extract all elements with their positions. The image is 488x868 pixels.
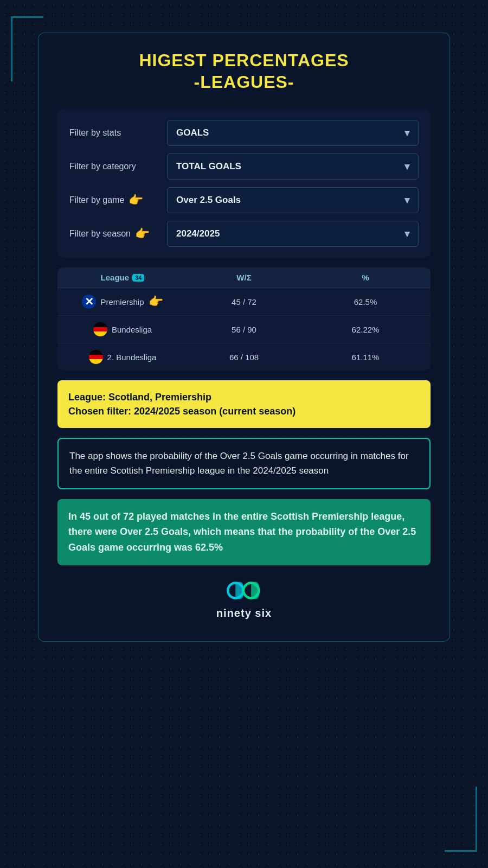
table-row: 2. Bundesliga 66 / 108 61.11% <box>57 343 431 371</box>
filter-stats-label: Filter by stats <box>69 128 167 138</box>
logo-text: ninety six <box>216 607 272 620</box>
logo-section: ninety six <box>57 578 431 620</box>
col-league: League 34 <box>62 273 183 282</box>
filter-game-row: Filter by game 👉 Over 2.5 Goals ▾ <box>69 187 419 213</box>
ratio-cell: 56 / 90 <box>183 325 305 334</box>
corner-decoration-br <box>445 787 477 852</box>
filter-section: Filter by stats GOALS ▾ Filter by catego… <box>57 109 431 258</box>
filter-stats-row: Filter by stats GOALS ▾ <box>69 120 419 146</box>
filter-category-label: Filter by category <box>69 162 167 171</box>
chevron-down-icon: ▾ <box>404 161 409 173</box>
pointer-icon: 👉 <box>149 295 163 309</box>
col-pct: % <box>305 273 426 282</box>
ratio-cell: 45 / 72 <box>183 297 305 307</box>
chevron-down-icon: ▾ <box>404 127 409 139</box>
league-cell: Premiership 👉 <box>62 295 183 309</box>
info-teal-dark-text: The app shows the probability of the Ove… <box>69 449 419 478</box>
filter-season-label: Filter by season 👉 <box>69 227 167 241</box>
pct-cell: 62.5% <box>305 297 426 307</box>
pct-cell: 62.22% <box>305 325 426 334</box>
pointing-finger-icon: 👉 <box>129 193 143 207</box>
table-row: Premiership 👉 45 / 72 62.5% <box>57 288 431 316</box>
league-cell: Bundesliga <box>62 322 183 336</box>
ninety-six-logo-icon <box>225 578 263 603</box>
info-teal-dark-box: The app shows the probability of the Ove… <box>57 438 431 489</box>
filter-category-row: Filter by category TOTAL GOALS ▾ <box>69 154 419 180</box>
filter-category-select[interactable]: TOTAL GOALS ▾ <box>167 154 419 180</box>
pointing-finger-icon: 👉 <box>135 227 150 241</box>
page-title: HIGEST PERCENTAGES -LEAGUES- <box>57 49 431 93</box>
info-teal-text: In 45 out of 72 played matches in the en… <box>68 509 420 556</box>
ratio-cell: 66 / 108 <box>183 353 305 362</box>
chevron-down-icon: ▾ <box>404 228 409 240</box>
info-teal-box: In 45 out of 72 played matches in the en… <box>57 499 431 565</box>
col-ratio: W/Σ <box>183 273 305 282</box>
germany-flag-icon <box>89 350 103 364</box>
filter-game-select[interactable]: Over 2.5 Goals ▾ <box>167 187 419 213</box>
filter-stats-select[interactable]: GOALS ▾ <box>167 120 419 146</box>
info-yellow-box: League: Scotland, Premiership Chosen fil… <box>57 380 431 428</box>
info-yellow-text: League: Scotland, Premiership Chosen fil… <box>68 390 420 418</box>
filter-season-select[interactable]: 2024/2025 ▾ <box>167 221 419 247</box>
filter-season-row: Filter by season 👉 2024/2025 ▾ <box>69 221 419 247</box>
table-header: League 34 W/Σ % <box>57 267 431 288</box>
leagues-table: League 34 W/Σ % Premiership 👉 45 / 72 62… <box>57 267 431 371</box>
chevron-down-icon: ▾ <box>404 194 409 206</box>
table-row: Bundesliga 56 / 90 62.22% <box>57 316 431 343</box>
pct-cell: 61.11% <box>305 353 426 362</box>
league-cell: 2. Bundesliga <box>62 350 183 364</box>
filter-game-label: Filter by game 👉 <box>69 193 167 207</box>
germany-flag-icon <box>93 322 107 336</box>
league-count-badge: 34 <box>132 274 144 282</box>
scotland-flag-icon <box>82 295 96 309</box>
main-card: HIGEST PERCENTAGES -LEAGUES- Filter by s… <box>38 33 450 642</box>
